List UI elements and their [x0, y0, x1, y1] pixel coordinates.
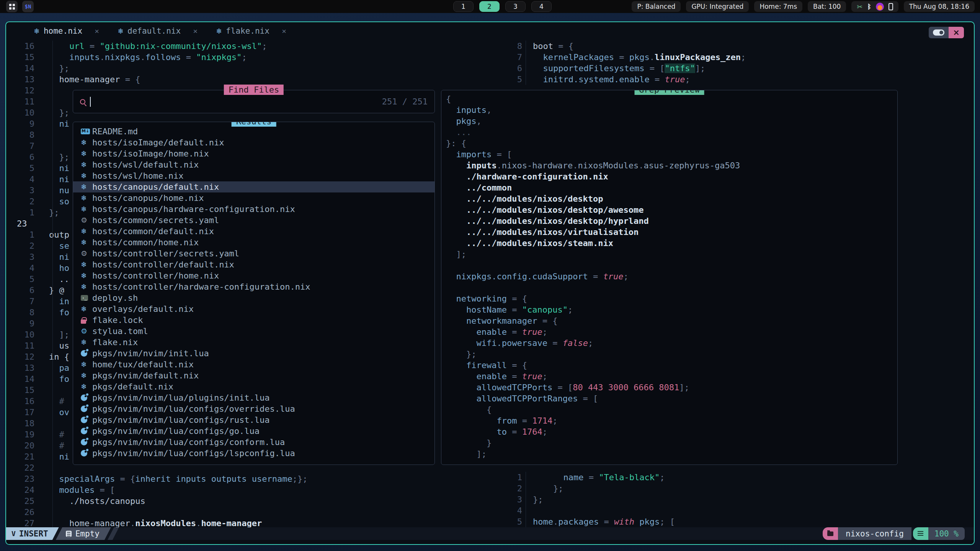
- result-label: hosts/wsl/default.nix: [92, 160, 199, 170]
- line-number: 2: [11, 196, 34, 207]
- result-label: hosts/common/default.nix: [92, 227, 214, 236]
- tab-close-icon[interactable]: ×: [193, 26, 198, 36]
- result-item[interactable]: ⚙hosts/common/secrets.yaml: [73, 215, 434, 226]
- result-label: hosts/controller/home.nix: [92, 271, 219, 280]
- line-number: 14: [11, 373, 34, 385]
- result-item[interactable]: ❄hosts/canopus/default.nix: [73, 181, 434, 192]
- scroll-segment-icon: [913, 527, 928, 540]
- result-item[interactable]: ❄hosts/common/home.nix: [73, 237, 434, 248]
- result-label: hosts/controller/default.nix: [92, 260, 234, 269]
- line-number: 1: [11, 229, 34, 240]
- result-item[interactable]: ❄hosts/controller/home.nix: [73, 270, 434, 281]
- code-line: ];: [446, 448, 897, 460]
- line-number: 26: [11, 507, 34, 518]
- workspace-button-1[interactable]: 1: [453, 1, 474, 12]
- result-item[interactable]: ⚙hosts/controller/secrets.yaml: [73, 248, 434, 259]
- result-item[interactable]: ❄hosts/controller/default.nix: [73, 259, 434, 270]
- result-item[interactable]: ❄pkgs/nvim/default.nix: [73, 370, 434, 381]
- result-item[interactable]: ❄hosts/canopus/home.nix: [73, 192, 434, 204]
- result-item[interactable]: pkgs/nvim/nvim/init.lua: [73, 348, 434, 359]
- flame-icon[interactable]: [876, 3, 884, 11]
- result-label: hosts/wsl/home.nix: [92, 171, 183, 181]
- scissors-icon[interactable]: ✂: [857, 3, 862, 11]
- editor-pane-right-top[interactable]: 8boot = {7 kernelPackages = pkgs.linuxPa…: [499, 41, 746, 85]
- result-item[interactable]: ❄overlays/default.nix: [73, 303, 434, 315]
- code-line: ...: [446, 127, 897, 138]
- nix-icon: ❄: [216, 27, 222, 35]
- result-item[interactable]: ›_deploy.sh: [73, 292, 434, 303]
- tab-default.nix[interactable]: ❄default.nix×: [108, 22, 207, 40]
- app-launcher-button[interactable]: [6, 1, 18, 12]
- result-item[interactable]: M↓README.md: [73, 126, 434, 137]
- window-controls: ×: [929, 27, 964, 38]
- result-item[interactable]: ❄hosts/common/default.nix: [73, 226, 434, 237]
- line-number: 4: [499, 505, 522, 516]
- result-item[interactable]: ❄hosts/canopus/hardware-configuration.ni…: [73, 204, 434, 215]
- result-item[interactable]: ❄hosts/wsl/home.nix: [73, 170, 434, 181]
- result-item[interactable]: ❄home/tux/default.nix: [73, 359, 434, 370]
- line-number: 19: [11, 429, 34, 440]
- result-item[interactable]: ❄flake.nix: [73, 337, 434, 348]
- result-label: hosts/canopus/default.nix: [92, 182, 219, 192]
- line-number: 4: [11, 262, 34, 274]
- tab-home.nix[interactable]: ❄home.nix×: [24, 22, 108, 40]
- workspace-button-2[interactable]: 2: [479, 1, 500, 12]
- tab-close-icon[interactable]: ×: [282, 26, 286, 36]
- statusline-left: V INSERT Empty: [6, 527, 119, 540]
- result-item[interactable]: ❄hosts/isoImage/home.nix: [73, 148, 434, 159]
- window-close-button[interactable]: ×: [949, 27, 964, 38]
- tab-close-icon[interactable]: ×: [95, 26, 99, 36]
- find-files-title: Find Files: [224, 85, 284, 95]
- vim-icon: V: [11, 530, 16, 538]
- result-item[interactable]: ❄hosts/wsl/default.nix: [73, 159, 434, 170]
- tab-flake.nix[interactable]: ❄flake.nix×: [207, 22, 296, 40]
- code-line: networkmanager = {: [446, 315, 897, 326]
- command-line[interactable]: [6, 540, 974, 544]
- terminal-icon: $N: [25, 3, 31, 10]
- code-line: }: {: [446, 138, 897, 149]
- result-item[interactable]: ❄hosts/controller/hardware-configuration…: [73, 281, 434, 292]
- workspace-button-3[interactable]: 3: [505, 1, 526, 12]
- yaml-file-icon: ⚙: [81, 217, 92, 224]
- workspace-switcher: 1234: [453, 1, 552, 12]
- workspace-button-4[interactable]: 4: [531, 1, 552, 12]
- markdown-file-icon: M↓: [81, 129, 92, 134]
- lock-file-icon: [81, 317, 92, 324]
- result-label: home/tux/default.nix: [92, 360, 194, 369]
- result-item[interactable]: pkgs/nvim/nvim/lua/plugins/init.lua: [73, 392, 434, 403]
- line-number: 2: [499, 483, 522, 494]
- lua-file-icon: [81, 450, 92, 456]
- toggle-button[interactable]: [929, 27, 949, 38]
- nix-file-icon: ❄: [81, 339, 92, 346]
- phone-icon[interactable]: [889, 3, 893, 10]
- result-item[interactable]: pkgs/nvim/nvim/lua/configs/go.lua: [73, 425, 434, 437]
- taskbar-launchers: $N: [6, 1, 34, 12]
- grep-preview-popup: Grep Preview { inputs, pkgs, ...}: { imp…: [441, 90, 898, 465]
- line-number: 27: [11, 518, 34, 527]
- bluetooth-icon[interactable]: ᛒ: [867, 3, 871, 10]
- code-line: hostName = "canopus";: [446, 304, 897, 315]
- nix-file-icon: ❄: [81, 272, 92, 279]
- result-item[interactable]: pkgs/nvim/nvim/lua/configs/lspconfig.lua: [73, 448, 434, 459]
- result-item[interactable]: pkgs/nvim/nvim/lua/configs/overrides.lua: [73, 403, 434, 414]
- tab-label: flake.nix: [226, 26, 270, 36]
- mode-segment: V INSERT: [6, 527, 59, 540]
- result-item[interactable]: ❄hosts/isoImage/default.nix: [73, 137, 434, 148]
- result-item[interactable]: ⚙stylua.toml: [73, 326, 434, 337]
- text-cursor: [90, 97, 91, 107]
- code-line: from = 1714;: [446, 415, 897, 426]
- result-item[interactable]: flake.lock: [73, 315, 434, 326]
- terminal-launcher-button[interactable]: $N: [22, 1, 34, 12]
- line-number: 7: [499, 52, 522, 63]
- result-item[interactable]: pkgs/nvim/nvim/lua/configs/conform.lua: [73, 437, 434, 448]
- code-line: allowedTCPPorts = [80 443 3000 6666 8081…: [446, 382, 897, 393]
- code-line: ../../modules/nixos/desktop: [446, 193, 897, 204]
- editor-pane-right-bottom[interactable]: 1 name = "Tela-black";2 };3};45home.pack…: [499, 472, 675, 527]
- line-number: 4: [11, 174, 34, 185]
- code-line: ../../modules/nixos/desktop/awesome: [446, 204, 897, 215]
- code-line: 14 };: [11, 63, 308, 74]
- result-item[interactable]: ❄pkgs/default.nix: [73, 381, 434, 392]
- result-item[interactable]: pkgs/nvim/nvim/lua/configs/rust.lua: [73, 414, 434, 425]
- code-line: to = 1764;: [446, 426, 897, 437]
- editor-area[interactable]: 16 url = "github:nix-community/nixos-wsl…: [6, 40, 974, 527]
